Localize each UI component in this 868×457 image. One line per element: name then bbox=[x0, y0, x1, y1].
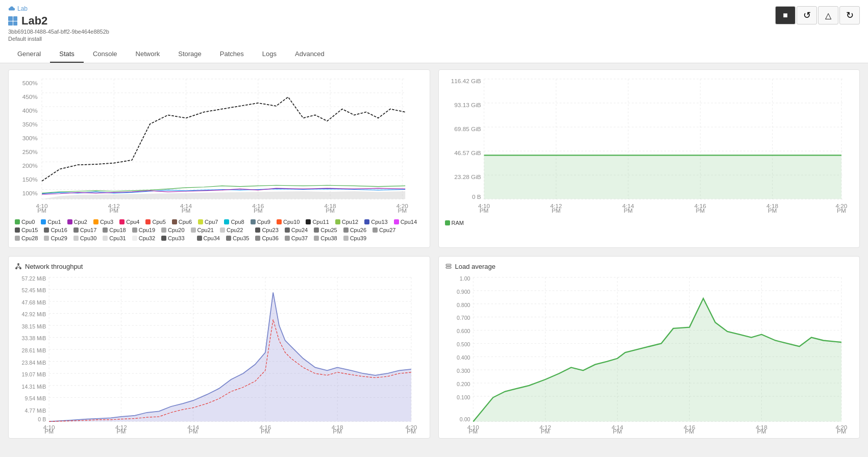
legend-cpu39: Cpu39 bbox=[343, 235, 366, 241]
legend-cpu26: Cpu26 bbox=[343, 227, 366, 233]
tab-console[interactable]: Console bbox=[84, 46, 127, 63]
svg-text:0.200: 0.200 bbox=[456, 381, 470, 387]
server-icon bbox=[445, 263, 452, 270]
svg-text:PM: PM bbox=[398, 207, 407, 214]
svg-text:0.900: 0.900 bbox=[456, 288, 470, 294]
legend-cpu22: Cpu22 bbox=[220, 227, 243, 233]
svg-text:400%: 400% bbox=[22, 107, 38, 114]
svg-text:PM: PM bbox=[551, 207, 560, 214]
svg-text:PM: PM bbox=[189, 428, 198, 435]
legend-cpu10: Cpu10 bbox=[277, 219, 300, 225]
svg-text:0.500: 0.500 bbox=[456, 341, 470, 347]
svg-text:PM: PM bbox=[182, 207, 191, 214]
vm-desc: Default install bbox=[8, 36, 860, 42]
legend-cpu23: Cpu23 bbox=[255, 227, 278, 233]
tab-stats[interactable]: Stats bbox=[50, 46, 84, 63]
network-chart-container: Network throughput 57.22 MiB 52.45 MiB 4… bbox=[8, 256, 430, 439]
tab-network[interactable]: Network bbox=[127, 46, 169, 63]
svg-text:33.38 MiB: 33.38 MiB bbox=[22, 335, 46, 341]
tab-advanced[interactable]: Advanced bbox=[286, 46, 334, 63]
legend-cpu1: Cpu1 bbox=[41, 219, 61, 225]
svg-text:PM: PM bbox=[326, 207, 335, 214]
load-chart-title: Load average bbox=[445, 263, 854, 270]
svg-line-73 bbox=[16, 265, 18, 267]
cpu-chart: 500% 450% 400% 350% 300% 250% 200% 150% … bbox=[15, 76, 424, 214]
ram-chart: 116.42 GiB 93.13 GiB 69.85 GiB 46.57 GiB… bbox=[445, 76, 854, 214]
svg-text:23.28 GiB: 23.28 GiB bbox=[454, 173, 481, 180]
tab-patches[interactable]: Patches bbox=[211, 46, 253, 63]
content: 500% 450% 400% 350% 300% 250% 200% 150% … bbox=[0, 63, 868, 445]
svg-text:19.07 MiB: 19.07 MiB bbox=[22, 371, 46, 377]
cpu-chart-container: 500% 450% 400% 350% 300% 250% 200% 150% … bbox=[8, 69, 430, 248]
svg-text:PM: PM bbox=[479, 207, 488, 214]
svg-text:1.00: 1.00 bbox=[459, 275, 470, 282]
tabs: General Stats Console Network Storage Pa… bbox=[8, 46, 860, 63]
legend-cpu36: Cpu36 bbox=[255, 235, 278, 241]
legend-cpu0: Cpu0 bbox=[15, 219, 35, 225]
restart-button[interactable]: ↺ bbox=[797, 6, 817, 24]
breadcrumb[interactable]: Lab bbox=[8, 5, 860, 12]
legend-cpu20: Cpu20 bbox=[161, 227, 184, 233]
legend-cpu24: Cpu24 bbox=[285, 227, 308, 233]
load-chart-svg: 1.00 0.900 0.800 0.700 0.600 0.500 0.400… bbox=[445, 274, 854, 430]
svg-text:0 B: 0 B bbox=[38, 416, 46, 422]
svg-text:PM: PM bbox=[261, 428, 270, 435]
top-charts-grid: 500% 450% 400% 350% 300% 250% 200% 150% … bbox=[8, 69, 860, 248]
legend-cpu25: Cpu25 bbox=[314, 227, 337, 233]
load-chart-container: Load average 1.00 0.900 0.800 0.700 0.60… bbox=[438, 256, 860, 439]
svg-text:PM: PM bbox=[837, 428, 846, 435]
svg-text:14.31 MiB: 14.31 MiB bbox=[22, 383, 46, 389]
legend-cpu3: Cpu3 bbox=[93, 219, 113, 225]
tab-logs[interactable]: Logs bbox=[253, 46, 286, 63]
svg-text:52.45 MiB: 52.45 MiB bbox=[22, 287, 46, 293]
svg-text:PM: PM bbox=[696, 207, 705, 214]
svg-marker-56 bbox=[484, 155, 841, 199]
svg-text:250%: 250% bbox=[22, 148, 38, 155]
legend-cpu5: Cpu5 bbox=[145, 219, 165, 225]
svg-text:PM: PM bbox=[117, 428, 126, 435]
vm-name: Lab2 bbox=[21, 14, 47, 28]
legend-cpu9: Cpu9 bbox=[251, 219, 270, 225]
legend-cpu17: Cpu17 bbox=[73, 227, 96, 233]
legend-cpu18: Cpu18 bbox=[103, 227, 126, 233]
legend-cpu30: Cpu30 bbox=[73, 235, 96, 241]
cpu-legend: Cpu0 Cpu1 Cpu2 Cpu3 Cpu4 Cpu5 Cpu6 Cpu7 … bbox=[15, 219, 424, 241]
svg-text:4.77 MiB: 4.77 MiB bbox=[24, 407, 46, 413]
ram-chart-container: 116.42 GiB 93.13 GiB 69.85 GiB 46.57 GiB… bbox=[438, 69, 860, 248]
legend-cpu2: Cpu2 bbox=[67, 219, 87, 225]
legend-cpu33: Cpu33 bbox=[161, 235, 184, 241]
svg-marker-150 bbox=[473, 298, 841, 421]
svg-text:47.68 MiB: 47.68 MiB bbox=[22, 299, 46, 306]
svg-marker-107 bbox=[49, 292, 411, 421]
legend-cpu13: Cpu13 bbox=[364, 219, 387, 225]
svg-text:0.100: 0.100 bbox=[456, 394, 470, 400]
svg-text:0.600: 0.600 bbox=[456, 328, 470, 334]
legend-cpu8: Cpu8 bbox=[224, 219, 244, 225]
svg-point-71 bbox=[15, 267, 17, 269]
svg-text:42.92 MiB: 42.92 MiB bbox=[22, 311, 46, 317]
legend-cpu28: Cpu28 bbox=[15, 235, 38, 241]
legend-cpu27: Cpu27 bbox=[373, 227, 395, 233]
svg-rect-121 bbox=[446, 267, 451, 268]
svg-text:350%: 350% bbox=[22, 121, 38, 128]
toolbar: ■ ↺ △ ↻ bbox=[775, 6, 860, 24]
legend-cpu16: Cpu16 bbox=[44, 227, 67, 233]
tab-general[interactable]: General bbox=[8, 46, 50, 63]
svg-text:PM: PM bbox=[254, 207, 263, 214]
vm-title: Lab2 bbox=[8, 14, 860, 28]
network-icon bbox=[15, 263, 22, 270]
legend-cpu32: Cpu32 bbox=[132, 235, 155, 241]
svg-text:150%: 150% bbox=[22, 176, 38, 183]
stop-button[interactable]: ■ bbox=[775, 6, 796, 24]
legend-cpu11: Cpu11 bbox=[306, 219, 329, 225]
svg-text:0.800: 0.800 bbox=[456, 301, 470, 308]
legend-ram: RAM bbox=[445, 220, 464, 226]
legend-cpu6: Cpu6 bbox=[172, 219, 192, 225]
svg-text:69.85 GiB: 69.85 GiB bbox=[454, 125, 481, 132]
refresh-button[interactable]: ↻ bbox=[839, 6, 860, 24]
legend-cpu38: Cpu38 bbox=[314, 235, 337, 241]
tab-storage[interactable]: Storage bbox=[169, 46, 211, 63]
grid-icon bbox=[8, 16, 17, 26]
svg-text:116.42 GiB: 116.42 GiB bbox=[451, 78, 481, 84]
alert-button[interactable]: △ bbox=[818, 6, 838, 24]
